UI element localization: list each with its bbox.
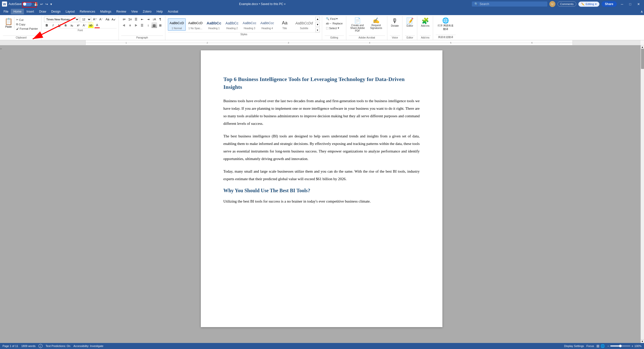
- numbering-button[interactable]: 1≡: [127, 17, 133, 22]
- zoom-out-button[interactable]: −: [607, 344, 609, 348]
- font-size-select[interactable]: 81012141618: [80, 17, 91, 22]
- focus-label[interactable]: Focus: [586, 344, 594, 347]
- menu-home[interactable]: Home: [11, 9, 24, 14]
- editor-group-label: Editor: [405, 35, 415, 40]
- decrease-indent-button[interactable]: ⇤: [139, 17, 145, 22]
- paste-button[interactable]: 📋 Paste: [3, 17, 14, 29]
- menu-layout[interactable]: Layout: [63, 9, 77, 14]
- strikethrough-button[interactable]: S: [63, 23, 68, 28]
- menu-review[interactable]: Review: [114, 9, 129, 14]
- align-right-button[interactable]: ⫸: [133, 23, 139, 28]
- font-decrease-button[interactable]: A⁻: [98, 17, 104, 22]
- comments-button[interactable]: Comments: [557, 2, 576, 7]
- styles-scroll-up[interactable]: ▲: [315, 17, 320, 21]
- find-button[interactable]: 🔍 Find ▾: [325, 17, 344, 21]
- sort-button[interactable]: ↕A: [151, 17, 157, 22]
- italic-button[interactable]: I: [50, 23, 56, 28]
- font-color-button[interactable]: A: [94, 23, 100, 28]
- align-center-button[interactable]: ≡: [127, 23, 133, 28]
- menu-view[interactable]: View: [129, 9, 140, 14]
- font-increase-button[interactable]: A⁺: [92, 17, 98, 22]
- scroll-down-button[interactable]: ▼: [641, 339, 644, 343]
- zoom-thumb[interactable]: [619, 345, 622, 347]
- create-share-pdf-button[interactable]: 📄 Create and Share Adobe PDF: [349, 17, 366, 33]
- style-heading1[interactable]: AaBbCc Heading 1: [205, 19, 223, 30]
- menu-zotero[interactable]: Zotero: [140, 9, 154, 14]
- display-settings[interactable]: Display Settings: [564, 344, 584, 347]
- style-heading2[interactable]: AaBbCc Heading 2: [224, 19, 240, 30]
- underline-button[interactable]: U: [57, 23, 62, 28]
- menu-file[interactable]: File: [1, 9, 11, 14]
- line-spacing-button[interactable]: ↕: [145, 23, 151, 28]
- menu-help[interactable]: Help: [154, 9, 165, 14]
- menu-mailings[interactable]: Mailings: [98, 9, 114, 14]
- search-bar[interactable]: 🔍: [472, 2, 547, 7]
- scroll-thumb[interactable]: [641, 49, 644, 69]
- replace-button[interactable]: ab→ Replace: [325, 21, 344, 25]
- borders-button[interactable]: ⊞: [158, 23, 163, 28]
- request-signatures-button[interactable]: ✍ Request Signatures: [367, 17, 385, 30]
- translate-group: 🌐 打开 网易有道翻译 网易有道翻译: [434, 16, 458, 40]
- share-button[interactable]: Share: [601, 1, 617, 7]
- doc-scroll-area[interactable]: Top 6 Business Intelligence Tools for Le…: [3, 45, 640, 343]
- style-no-space[interactable]: AaBbCcD 1 No Spac...: [187, 19, 204, 30]
- print-layout-button[interactable]: ⊞: [596, 344, 599, 348]
- redo-button[interactable]: ↪: [45, 2, 49, 7]
- style-heading4[interactable]: AaBbCcc Heading 4: [259, 19, 275, 30]
- maximize-button[interactable]: □: [627, 1, 633, 7]
- text-highlight-button[interactable]: ab: [88, 23, 94, 28]
- zoom-in-button[interactable]: +: [631, 344, 633, 348]
- style-title[interactable]: Aa Title: [277, 19, 293, 30]
- ribbon-collapse-button[interactable]: ∧: [640, 10, 643, 14]
- dictate-button[interactable]: 🎙 Dictate: [390, 17, 400, 28]
- zoom-slider[interactable]: [610, 345, 630, 346]
- vertical-scrollbar[interactable]: ▲ ▼: [640, 45, 644, 343]
- style-normal[interactable]: AaBbCcD 1 Normal: [168, 18, 186, 31]
- menu-insert[interactable]: Insert: [24, 9, 36, 14]
- justify-button[interactable]: ☰: [139, 23, 145, 28]
- styles-scroll-down[interactable]: ▼: [315, 22, 320, 27]
- shading-button[interactable]: ▧: [151, 23, 157, 28]
- subscript-button[interactable]: x₂: [69, 23, 75, 28]
- clear-format-button[interactable]: A↙: [111, 17, 117, 22]
- request-sig-label: Request Signatures: [369, 24, 384, 29]
- minimize-button[interactable]: ─: [619, 1, 625, 7]
- font-row2: B I U S x₂ x² A⁻ ab A: [44, 23, 117, 28]
- translate-button[interactable]: 🌐 打开 网易有道翻译: [436, 17, 456, 32]
- status-left: Page 1 of 11 1809 words ✓ Text Predictio…: [3, 344, 103, 348]
- menu-acrobat[interactable]: Acrobat: [165, 9, 181, 14]
- proofing-icon[interactable]: ✓: [39, 344, 43, 348]
- copy-button[interactable]: ⧉ Copy: [15, 22, 39, 26]
- show-marks-button[interactable]: ¶: [158, 17, 163, 22]
- format-painter-button[interactable]: 🖌 Format Painter: [15, 27, 39, 31]
- editing-button[interactable]: ✏️ Editing ▾: [578, 2, 599, 7]
- search-input[interactable]: [480, 2, 545, 6]
- align-left-button[interactable]: ⫷: [121, 23, 127, 28]
- multilevel-list-button[interactable]: ☰: [133, 17, 139, 22]
- style-heading3[interactable]: AaBbCcc Heading 3: [241, 19, 258, 30]
- styles-more[interactable]: ▾: [315, 28, 320, 32]
- bullets-button[interactable]: ≡•: [121, 17, 127, 22]
- menu-draw[interactable]: Draw: [36, 9, 49, 14]
- select-button[interactable]: ⬚ Select ▾: [325, 26, 344, 30]
- menu-design[interactable]: Design: [49, 9, 63, 14]
- add-ins-button[interactable]: 🧩 Add-ins: [420, 17, 431, 28]
- editor-button[interactable]: 📝 Editor: [405, 17, 415, 28]
- text-effect-button[interactable]: A⁻: [82, 23, 87, 28]
- autosave-toggle[interactable]: [23, 2, 32, 6]
- save-button[interactable]: 💾: [33, 2, 39, 7]
- more-qa-button[interactable]: ▾: [50, 2, 53, 7]
- menu-references[interactable]: References: [77, 9, 98, 14]
- superscript-button[interactable]: x²: [75, 23, 81, 28]
- cut-button[interactable]: ✂ Cut: [15, 18, 39, 22]
- font-family-select[interactable]: Times New Roman Arial Calibri: [44, 17, 79, 22]
- pdf-icon: 📄: [354, 17, 361, 24]
- increase-indent-button[interactable]: ⇥: [145, 17, 151, 22]
- style-subtitle[interactable]: AaBbCcDd Subtitle: [294, 19, 314, 30]
- web-layout-button[interactable]: 🌐: [600, 344, 605, 348]
- bold-button[interactable]: B: [44, 23, 50, 28]
- close-button[interactable]: ✕: [635, 1, 642, 7]
- change-case-button[interactable]: Aa: [105, 17, 110, 22]
- undo-button[interactable]: ↩: [40, 2, 44, 7]
- scroll-up-button[interactable]: ▲: [641, 45, 644, 49]
